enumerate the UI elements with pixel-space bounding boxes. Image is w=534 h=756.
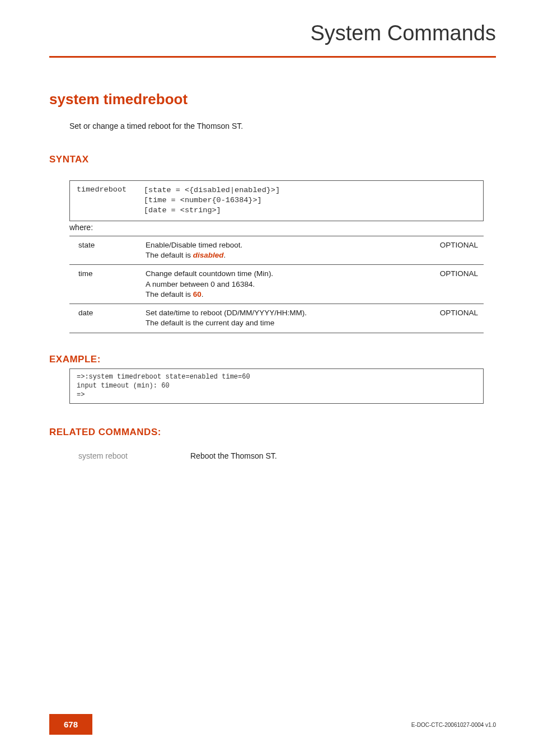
syntax-arg-line: [date = <string>]: [144, 206, 221, 214]
param-desc-line: Set date/time to reboot (DD/MM/YYYY/HH:M…: [146, 309, 307, 317]
related-commands-row: system reboot Reboot the Thomson ST.: [78, 451, 277, 460]
page-number-badge: 678: [49, 714, 92, 735]
param-default-prefix: The default is: [146, 290, 193, 298]
syntax-arg-line: [time = <number{0-16384}>]: [144, 196, 262, 204]
table-row: time Change default countdown time (Min)…: [69, 265, 484, 304]
table-row: date Set date/time to reboot (DD/MM/YYYY…: [69, 304, 484, 333]
related-command-desc: Reboot the Thomson ST.: [190, 451, 277, 460]
param-flag: OPTIONAL: [422, 265, 484, 304]
page-title: System Commands: [310, 21, 496, 45]
param-desc: Enable/Disable timed reboot. The default…: [137, 236, 422, 265]
param-default-value: disabled: [193, 251, 224, 259]
example-line: =>:system timedreboot state=enabled time…: [77, 373, 250, 381]
header-divider: [49, 56, 496, 58]
section-heading-related: RELATED COMMANDS:: [49, 427, 161, 438]
footer-doc-id: E-DOC-CTC-20061027-0004 v1.0: [411, 722, 496, 728]
param-desc: Set date/time to reboot (DD/MM/YYYY/HH:M…: [137, 304, 422, 333]
params-table: state Enable/Disable timed reboot. The d…: [69, 236, 484, 333]
param-flag: OPTIONAL: [422, 236, 484, 265]
page-root: System Commands system timedreboot Set o…: [0, 0, 534, 756]
command-title: system timedreboot: [49, 91, 188, 108]
param-desc-line: A number between 0 and 16384.: [146, 280, 255, 288]
example-line: input timeout (min): 60: [77, 382, 170, 390]
command-description: Set or change a timed reboot for the Tho…: [69, 122, 243, 130]
section-heading-syntax: SYNTAX: [49, 154, 89, 165]
param-name: state: [69, 236, 137, 265]
param-default-value: 60: [193, 290, 202, 298]
param-default-suffix: .: [224, 251, 226, 259]
table-row: state Enable/Disable timed reboot. The d…: [69, 236, 484, 265]
syntax-block: timedreboot [state = <{disabled|enabled}…: [69, 180, 484, 221]
param-desc-line: Enable/Disable timed reboot.: [146, 241, 242, 249]
where-label: where:: [69, 223, 93, 232]
param-name: time: [69, 265, 137, 304]
example-line: =>: [77, 391, 85, 399]
param-default-prefix: The default is: [146, 251, 193, 259]
param-desc-line: The default is the current day and time: [146, 319, 274, 327]
related-command-name: system reboot: [78, 451, 190, 460]
section-heading-example: EXAMPLE:: [49, 354, 101, 365]
param-flag: OPTIONAL: [422, 304, 484, 333]
param-desc: Change default countdown time (Min). A n…: [137, 265, 422, 304]
syntax-command: timedreboot: [77, 185, 144, 216]
example-block: =>:system timedreboot state=enabled time…: [69, 368, 484, 404]
syntax-arg-line: [state = <{disabled|enabled}>]: [144, 186, 280, 194]
syntax-args: [state = <{disabled|enabled}>] [time = <…: [144, 185, 280, 216]
param-name: date: [69, 304, 137, 333]
param-desc-line: Change default countdown time (Min).: [146, 269, 273, 278]
param-default-suffix: .: [202, 290, 204, 298]
